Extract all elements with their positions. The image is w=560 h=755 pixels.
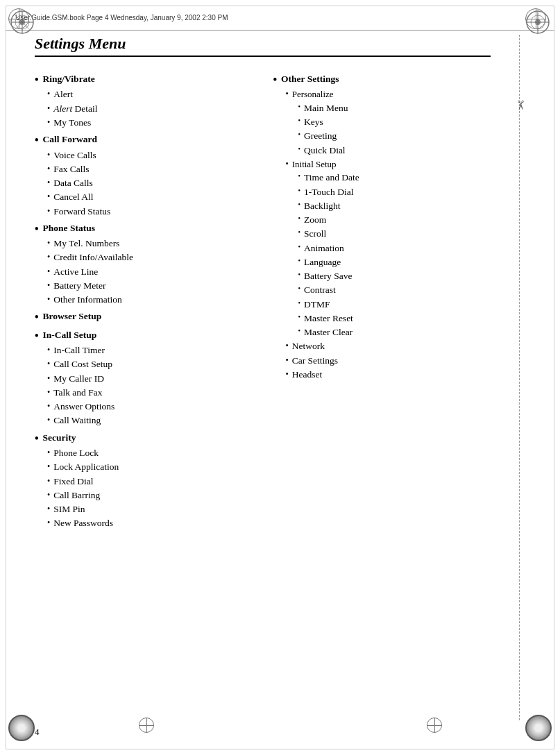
list-item: Answer Options bbox=[35, 400, 253, 414]
list-item: Ring/Vibrate Alert Alert Detail My Tones bbox=[35, 72, 253, 130]
list-item: Personalize Main Menu Keys Greeting Quic… bbox=[273, 87, 491, 158]
scissors-icon: ✂ bbox=[513, 100, 528, 110]
list-item: Cancel All bbox=[35, 190, 253, 204]
list-item: Master Reset bbox=[273, 312, 491, 325]
list-item: Browser Setup bbox=[35, 309, 253, 325]
main-columns: Ring/Vibrate Alert Alert Detail My Tones… bbox=[35, 69, 491, 531]
list-item: My Tones bbox=[35, 116, 253, 130]
list-item: Quick Dial bbox=[273, 144, 491, 158]
list-item: Phone Status My Tel. Numbers Credit Info… bbox=[35, 221, 253, 307]
list-item: In-Call Setup In-Call Timer Call Cost Se… bbox=[35, 328, 253, 428]
menu-item-personalize: Personalize bbox=[273, 87, 491, 101]
list-item: Backlight bbox=[273, 199, 491, 213]
list-item: New Passwords bbox=[35, 516, 253, 530]
menu-item-phone-status: Phone Status bbox=[35, 221, 253, 237]
list-item: Credit Info/Available bbox=[35, 251, 253, 264]
list-item: Greeting bbox=[273, 129, 491, 143]
list-item: Other Information bbox=[35, 293, 253, 307]
right-column: Other Settings Personalize Main Menu Key… bbox=[273, 69, 491, 382]
list-item: Alert Detail bbox=[35, 102, 253, 116]
list-item: My Tel. Numbers bbox=[35, 237, 253, 251]
list-item: SIM Pin bbox=[35, 502, 253, 516]
bottom-cross-left bbox=[139, 718, 154, 733]
list-item: DTMF bbox=[273, 298, 491, 312]
list-item: Security Phone Lock Lock Application Fix… bbox=[35, 431, 253, 531]
ornament-top-right bbox=[525, 10, 550, 35]
list-item: Call Forward Voice Calls Fax Calls Data … bbox=[35, 133, 253, 219]
menu-item-initial-setup: Initial Setup bbox=[273, 158, 491, 171]
list-item: Initial Setup Time and Date 1-Touch Dial… bbox=[273, 158, 491, 340]
list-item: My Caller ID bbox=[35, 372, 253, 386]
list-item: Call Waiting bbox=[35, 414, 253, 427]
cut-line bbox=[519, 35, 520, 720]
list-item: 1-Touch Dial bbox=[273, 185, 491, 199]
left-menu-list: Ring/Vibrate Alert Alert Detail My Tones… bbox=[35, 72, 253, 531]
menu-item-security: Security bbox=[35, 431, 253, 446]
content-area: Settings Menu Ring/Vibrate Alert Alert D… bbox=[35, 35, 491, 713]
list-item: Data Calls bbox=[35, 176, 253, 190]
corner-decoration-bl bbox=[8, 715, 35, 741]
menu-item-other-settings: Other Settings bbox=[273, 72, 491, 87]
right-menu-list: Other Settings Personalize Main Menu Key… bbox=[273, 72, 491, 382]
list-item: Forward Status bbox=[35, 205, 253, 219]
list-item: Battery Meter bbox=[35, 279, 253, 293]
list-item: Car Settings bbox=[273, 354, 491, 368]
list-item: Scroll bbox=[273, 227, 491, 241]
list-item: Battery Save bbox=[273, 269, 491, 283]
list-item: Phone Lock bbox=[35, 446, 253, 460]
list-item: Voice Calls bbox=[35, 149, 253, 162]
list-item: Master Clear bbox=[273, 325, 491, 339]
list-item: Language bbox=[273, 255, 491, 269]
list-item: Zoom bbox=[273, 213, 491, 227]
list-item: Fixed Dial bbox=[35, 475, 253, 489]
menu-item-browser-setup: Browser Setup bbox=[35, 309, 253, 325]
list-item: Active Line bbox=[35, 265, 253, 279]
list-item: Network bbox=[273, 339, 491, 353]
menu-item-call-forward: Call Forward bbox=[35, 133, 253, 148]
left-column: Ring/Vibrate Alert Alert Detail My Tones… bbox=[35, 69, 253, 531]
list-item: Main Menu bbox=[273, 101, 491, 115]
bottom-cross-right bbox=[427, 718, 442, 733]
list-item: Lock Application bbox=[35, 460, 253, 474]
list-item: Headset bbox=[273, 368, 491, 382]
list-item: Animation bbox=[273, 241, 491, 255]
header-text: User.Guide.GSM.book Page 4 Wednesday, Ja… bbox=[15, 14, 228, 22]
menu-item-in-call-setup: In-Call Setup bbox=[35, 328, 253, 343]
list-item: Contrast bbox=[273, 283, 491, 297]
list-item: Time and Date bbox=[273, 171, 491, 185]
header-bar: User.Guide.GSM.book Page 4 Wednesday, Ja… bbox=[6, 6, 554, 31]
list-item: Fax Calls bbox=[35, 162, 253, 176]
list-item: Alert bbox=[35, 87, 253, 101]
list-item: Talk and Fax bbox=[35, 386, 253, 400]
page-number: 4 bbox=[35, 727, 40, 738]
list-item: Call Barring bbox=[35, 489, 253, 502]
list-item: In-Call Timer bbox=[35, 343, 253, 357]
gear-top-left bbox=[10, 10, 35, 35]
page-title: Settings Menu bbox=[35, 35, 491, 57]
list-item: Call Cost Setup bbox=[35, 357, 253, 371]
list-item: Keys bbox=[273, 115, 491, 129]
menu-item-ring-vibrate: Ring/Vibrate bbox=[35, 72, 253, 87]
list-item: Other Settings Personalize Main Menu Key… bbox=[273, 72, 491, 382]
corner-decoration-br bbox=[525, 715, 552, 741]
